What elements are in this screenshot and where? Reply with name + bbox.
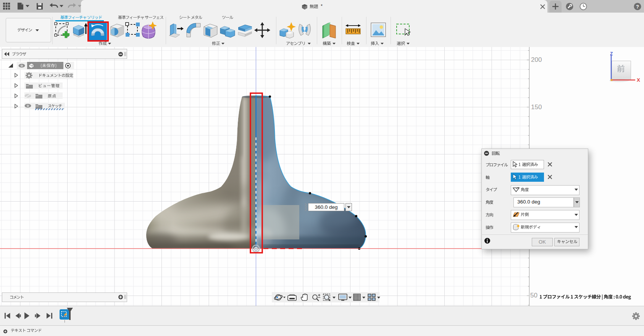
svg-text:Z: Z xyxy=(610,51,613,57)
svg-text:X: X xyxy=(637,77,640,83)
svg-text:?: ? xyxy=(636,4,639,10)
